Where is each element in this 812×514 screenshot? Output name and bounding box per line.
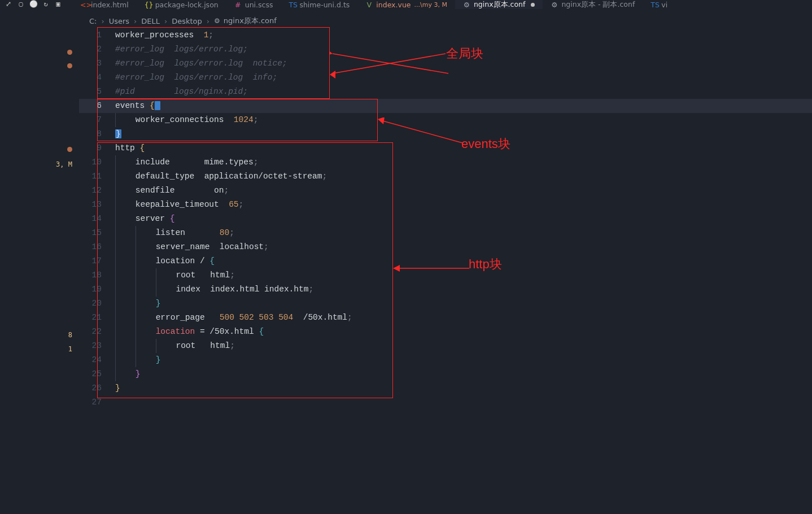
line-number: 10 bbox=[79, 155, 115, 169]
breadcrumb[interactable]: C:› Users› DELL› Desktop› ⚙ nginx原本.conf bbox=[89, 14, 812, 28]
line-number: 21 bbox=[79, 311, 115, 325]
tab-label: nginx原本 - 副本.conf bbox=[561, 0, 635, 9]
code-line[interactable]: 5#pid logs/nginx.pid; bbox=[79, 85, 812, 99]
tab-index-html[interactable]: <> index.html bbox=[72, 0, 137, 9]
gear-icon: ⚙ bbox=[214, 17, 220, 25]
refresh-icon[interactable]: ↻ bbox=[42, 0, 50, 8]
crumb[interactable]: C: bbox=[89, 17, 97, 25]
tab-package-lock[interactable]: {} package-lock.json bbox=[137, 0, 226, 9]
tab-shime-uni[interactable]: TS shime-uni.d.ts bbox=[281, 0, 357, 9]
line-number: 25 bbox=[79, 367, 115, 381]
tab-label: package-lock.json bbox=[155, 1, 219, 9]
code-line[interactable]: 2#error_log logs/error.log; bbox=[79, 42, 812, 56]
line-number: 24 bbox=[79, 353, 115, 367]
line-number: 22 bbox=[79, 325, 115, 339]
line-number: 9 bbox=[79, 141, 115, 155]
line-number: 4 bbox=[79, 71, 115, 85]
ts-icon: TS bbox=[651, 1, 658, 9]
code-line[interactable]: 12 sendfile on; bbox=[79, 184, 812, 198]
tab-partial[interactable]: TS vi bbox=[643, 0, 675, 9]
annotation-label-events: events块 bbox=[461, 137, 510, 151]
line-number: 1 bbox=[79, 28, 115, 42]
line-number: 6 bbox=[79, 99, 115, 113]
ts-icon: TS bbox=[289, 1, 296, 9]
json-icon: {} bbox=[145, 1, 152, 9]
line-number: 12 bbox=[79, 184, 115, 198]
tab-path-suffix: ...\my 3, M bbox=[414, 1, 447, 8]
line-number: 13 bbox=[79, 198, 115, 212]
crumb[interactable]: DELL bbox=[141, 17, 160, 25]
code-line[interactable]: 18 root html; bbox=[79, 268, 812, 282]
crumb[interactable]: nginx原本.conf bbox=[224, 16, 277, 26]
code-editor[interactable]: 1worker_processes 1; 2#error_log logs/er… bbox=[79, 28, 812, 514]
code-line[interactable]: 3#error_log logs/error.log notice; bbox=[79, 56, 812, 71]
tab-uni-scss[interactable]: # uni.scss bbox=[226, 0, 281, 9]
code-line[interactable]: 27 bbox=[79, 395, 812, 410]
gear-icon: ⚙ bbox=[551, 1, 558, 9]
code-line[interactable]: 10 include mime.types; bbox=[79, 155, 812, 169]
modified-dot-icon bbox=[531, 3, 535, 7]
code-line[interactable]: 21 error_page 500 502 503 504 /50x.html; bbox=[79, 311, 812, 325]
crumb[interactable]: Desktop bbox=[172, 17, 202, 25]
code-line[interactable]: 22 location = /50x.html { bbox=[79, 325, 812, 339]
line-number: 7 bbox=[79, 113, 115, 127]
line-number: 2 bbox=[79, 42, 115, 56]
line-number: 19 bbox=[79, 282, 115, 297]
annotation-label-http: http块 bbox=[469, 257, 502, 271]
tab-label: index.vue bbox=[376, 1, 411, 9]
new-folder-icon[interactable]: ⚪ bbox=[29, 0, 37, 8]
code-line[interactable]: 24 } bbox=[79, 353, 812, 367]
code-line[interactable]: 17 location / { bbox=[79, 254, 812, 268]
chevron-right-icon: › bbox=[134, 17, 137, 25]
tab-label: index.html bbox=[91, 1, 129, 9]
code-line[interactable]: 16 server_name localhost; bbox=[79, 240, 812, 254]
code-line[interactable]: 1worker_processes 1; bbox=[79, 28, 812, 42]
tab-nginx-copy[interactable]: ⚙ nginx原本 - 副本.conf bbox=[543, 0, 643, 9]
cursor-icon bbox=[155, 101, 161, 110]
code-line[interactable]: 8} bbox=[79, 127, 812, 141]
scm-modified-dot-icon bbox=[67, 63, 72, 68]
vue-icon: V bbox=[365, 1, 373, 9]
line-number: 18 bbox=[79, 268, 115, 282]
tab-nginx-conf-active[interactable]: ⚙ nginx原本.conf bbox=[455, 0, 543, 9]
annotation-label-global: 全局块 bbox=[446, 46, 483, 60]
line-number: 27 bbox=[79, 395, 115, 410]
code-line[interactable]: 9http { bbox=[79, 141, 812, 155]
chevron-right-icon: › bbox=[101, 17, 104, 25]
chevron-right-icon: › bbox=[164, 17, 167, 25]
code-line[interactable]: 23 root html; bbox=[79, 339, 812, 353]
code-line[interactable]: 19 index index.html index.htm; bbox=[79, 282, 812, 297]
code-line[interactable]: 13 keepalive_timeout 65; bbox=[79, 198, 812, 212]
code-line[interactable]: 20 } bbox=[79, 297, 812, 311]
code-line[interactable]: 11 default_type application/octet-stream… bbox=[79, 169, 812, 184]
code-line[interactable]: 4#error_log logs/error.log info; bbox=[79, 71, 812, 85]
code-line[interactable]: 6events { bbox=[79, 99, 812, 113]
scm-modified-dot-icon bbox=[67, 50, 72, 55]
collapse-icon[interactable]: ▣ bbox=[54, 0, 62, 8]
line-number: 23 bbox=[79, 339, 115, 353]
code-line[interactable]: 15 listen 80; bbox=[79, 226, 812, 240]
chevron-right-icon: › bbox=[207, 17, 209, 25]
scm-badge: 1 bbox=[68, 345, 72, 353]
expand-icon[interactable]: ⤢ bbox=[5, 0, 12, 8]
tab-bar: <> index.html {} package-lock.json # uni… bbox=[72, 0, 812, 9]
line-number: 3 bbox=[79, 56, 115, 71]
line-number: 17 bbox=[79, 254, 115, 268]
code-line[interactable]: 14 server { bbox=[79, 212, 812, 226]
scss-icon: # bbox=[234, 1, 242, 9]
html-icon: <> bbox=[80, 1, 88, 9]
tab-label: shime-uni.d.ts bbox=[299, 1, 350, 9]
line-number: 16 bbox=[79, 240, 115, 254]
scm-badge: 3, M bbox=[56, 160, 72, 168]
crumb[interactable]: Users bbox=[109, 17, 129, 25]
code-line[interactable]: 25 } bbox=[79, 367, 812, 381]
tab-label: uni.scss bbox=[245, 1, 273, 9]
line-number: 15 bbox=[79, 226, 115, 240]
new-file-icon[interactable]: ▢ bbox=[17, 0, 25, 8]
code-line[interactable]: 26} bbox=[79, 381, 812, 395]
scm-modified-dot-icon bbox=[67, 147, 72, 152]
tab-index-vue[interactable]: V index.vue ...\my 3, M bbox=[357, 0, 455, 9]
line-number: 14 bbox=[79, 212, 115, 226]
code-line[interactable]: 7 worker_connections 1024; bbox=[79, 113, 812, 127]
line-number: 20 bbox=[79, 297, 115, 311]
